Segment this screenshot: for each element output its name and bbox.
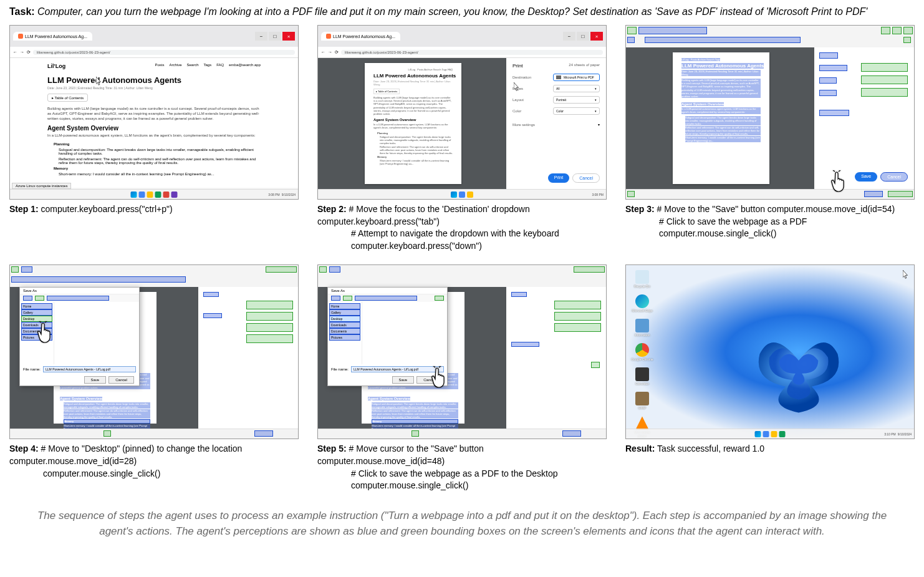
result-cell: Recycle Bin Microsoft Edge Information G…	[625, 264, 915, 492]
close-button[interactable]: ×	[282, 32, 295, 41]
close-button[interactable]: ×	[590, 32, 603, 41]
nav-link[interactable]: Archive	[169, 63, 181, 69]
bbox	[645, 37, 801, 43]
sidebar-folder[interactable]: Downloads	[329, 322, 360, 328]
nav-link[interactable]: Search	[186, 63, 198, 69]
start-icon[interactable]	[131, 192, 137, 198]
sidebar-folder[interactable]: Pictures	[329, 334, 360, 341]
preview-toc: ▸ Table of Contents	[373, 89, 400, 94]
start-icon[interactable]	[755, 431, 761, 437]
sidebar-folder[interactable]: Documents	[329, 328, 360, 334]
preview-para: In a LLM-powered autonomous agent system…	[373, 123, 453, 129]
taskbar-app-icon[interactable]	[139, 192, 145, 198]
taskbar-app-icon[interactable]	[171, 192, 178, 198]
browser-tab[interactable]: LLM Powered Autonomous Ag...	[321, 32, 400, 41]
sidebar-folder[interactable]: Gallery	[329, 309, 360, 316]
nav-link[interactable]: emba@search.app	[229, 63, 261, 69]
color-select[interactable]: Color ▾	[553, 107, 600, 115]
edge-icon	[635, 294, 649, 308]
taskbar-app-icon[interactable]	[763, 431, 769, 437]
url-input[interactable]: lilianweng.github.io/posts/2023-06-23-ag…	[33, 50, 295, 55]
step-code: computer.mouse.single_click()	[659, 228, 915, 240]
toc-button[interactable]: ▸ Table of Contents	[47, 94, 88, 102]
reload-icon[interactable]: ⟳	[27, 50, 31, 55]
save-button[interactable]: Save	[392, 376, 415, 384]
bbox	[892, 27, 902, 34]
desktop-icon[interactable]: Calculator	[631, 367, 653, 385]
bbox	[35, 296, 44, 301]
sheets-count: 24 sheets of paper	[569, 63, 600, 69]
cursor-hand-icon	[829, 170, 849, 194]
save-file-list	[54, 302, 139, 364]
sidebar-folder[interactable]: Home	[21, 303, 52, 309]
bbox	[819, 90, 837, 96]
nav-link[interactable]: Tags	[204, 63, 212, 69]
clock[interactable]: 3:08 PM	[268, 193, 280, 196]
nav-link[interactable]: Posts	[155, 63, 164, 69]
bullet-item: Reflection and refinement: The agent can…	[59, 157, 261, 165]
destination-select[interactable]: Microsoft Print to PDF	[553, 74, 600, 81]
desktop-icon[interactable]: Google Chrome	[631, 343, 653, 361]
taskbar-app-icon[interactable]	[779, 431, 786, 437]
bbox	[903, 37, 911, 43]
taskbar-app-icon[interactable]	[163, 192, 170, 198]
more-settings[interactable]: More settings	[513, 123, 535, 127]
clock[interactable]: 3:08 PM	[592, 193, 604, 196]
minimize-button[interactable]: −	[563, 32, 575, 41]
step-1-screenshot: LLM Powered Autonomous Ag... − □ × ← → ⟳…	[9, 25, 299, 200]
bbox	[861, 88, 908, 97]
forward-icon[interactable]: →	[328, 50, 332, 54]
preview-meta: Date: June 23, 2023 | Estimated Reading …	[373, 80, 453, 86]
taskbar-app-icon[interactable]	[467, 192, 473, 198]
result-label-bold: Result:	[625, 444, 655, 453]
printer-icon	[556, 75, 561, 79]
tab-title: LLM Powered Autonomous Ag...	[333, 34, 395, 39]
maximize-button[interactable]: □	[269, 32, 281, 41]
result-text: Task successful, reward 1.0	[657, 444, 764, 453]
forward-icon[interactable]: →	[20, 50, 24, 54]
taskbar-app-icon[interactable]	[147, 192, 153, 198]
step-code: # Move to the "Save" button	[657, 204, 765, 214]
result-label: Result: Task successful, reward 1.0	[625, 443, 915, 455]
minimize-button[interactable]: −	[255, 32, 267, 41]
step-4-label: Step 4: # Move to "Desktop" (pinned) to …	[9, 443, 299, 480]
pages-select[interactable]: All ▾	[553, 85, 600, 92]
bullet-title: Memory	[54, 167, 68, 170]
save-button[interactable]: Save	[855, 172, 877, 182]
desktop-icon[interactable]: Microsoft Edge	[631, 294, 653, 313]
sidebar-folder[interactable]: Gallery	[21, 309, 52, 316]
save-button[interactable]: Save	[84, 376, 107, 384]
bbox	[861, 63, 908, 72]
browser-tab[interactable]: LLM Powered Autonomous Ag...	[13, 32, 92, 41]
vlc-icon	[635, 416, 649, 430]
clock[interactable]: 3:10 PM	[884, 432, 896, 436]
back-icon[interactable]: ←	[321, 50, 325, 54]
cancel-button[interactable]: Cancel	[108, 376, 134, 384]
taskbar-app-icon[interactable]	[771, 431, 777, 437]
url-input[interactable]: lilianweng.github.io/posts/2023-06-23-ag…	[341, 50, 603, 55]
nav-link[interactable]: FAQ	[216, 63, 224, 69]
sidebar-folder-desktop[interactable]: Desktop	[329, 316, 360, 322]
cancel-button[interactable]: Cancel	[880, 172, 908, 182]
gimp-icon	[635, 392, 649, 405]
back-icon[interactable]: ←	[13, 50, 17, 54]
bbox	[627, 37, 635, 43]
start-icon[interactable]	[451, 192, 457, 198]
desktop-icon[interactable]: Information	[631, 319, 653, 337]
nav-links: Posts Archive Search Tags FAQ emba@searc…	[155, 63, 261, 69]
taskbar-app-icon[interactable]	[459, 192, 465, 198]
taskbar-app-icon[interactable]	[155, 192, 161, 198]
layout-select[interactable]: Portrait ▾	[553, 96, 600, 104]
cancel-button[interactable]: Cancel	[572, 173, 600, 183]
print-button[interactable]: Print	[548, 173, 569, 183]
desktop-icon[interactable]: GIMP	[631, 392, 653, 410]
section-heading: Agent System Overview	[47, 125, 261, 132]
maximize-button[interactable]: □	[577, 32, 589, 41]
site-title[interactable]: Lil'Log	[47, 63, 65, 69]
bbox	[888, 191, 913, 197]
desktop-icon[interactable]: Recycle Bin	[631, 270, 653, 288]
reload-icon[interactable]: ⟳	[335, 50, 339, 55]
preview-title: LLM Powered Autonomous Agents	[373, 73, 453, 79]
sidebar-folder[interactable]: Home	[329, 303, 360, 309]
filename-input[interactable]: LLM Powered Autonomous Agents - Lil'Log.…	[43, 366, 136, 372]
